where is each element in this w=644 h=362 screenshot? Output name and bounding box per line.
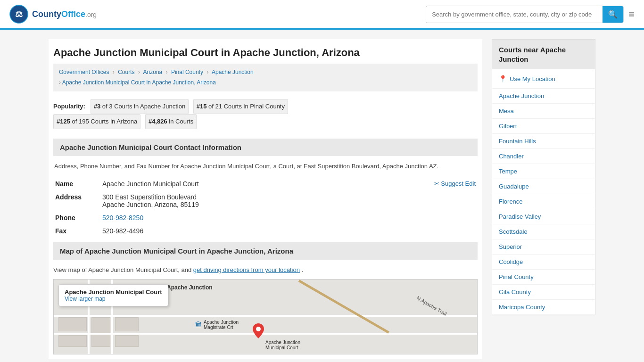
contact-table: Name Apache Junction Municipal Court ✂ S… (53, 177, 478, 238)
phone-link[interactable]: 520-982-8250 (102, 214, 143, 222)
sidebar-link-guadalupe[interactable]: Guadalupe (492, 179, 595, 194)
map-container[interactable]: N Apache Trail Apache Junction 🏛 Apache … (53, 279, 478, 354)
name-label: Name (53, 177, 100, 190)
sidebar-link-chandler[interactable]: Chandler (492, 149, 595, 164)
map-city-label: Apache Junction (167, 284, 213, 291)
header-right: 🔍 ≡ (426, 6, 635, 23)
magistrate-icon: 🏛 (195, 321, 202, 329)
breadcrumb-current[interactable]: Apache Junction Municipal Court in Apach… (62, 79, 216, 86)
svg-text:⚖: ⚖ (15, 9, 23, 19)
fax-label: Fax (53, 224, 100, 238)
table-row: Address 300 East Superstition Boulevard … (53, 190, 478, 211)
pop-num-3: #125 (57, 118, 70, 125)
sidebar-link-maricopa-county[interactable]: Maricopa County (492, 300, 595, 315)
sidebar-link-gilbert[interactable]: Gilbert (492, 119, 595, 134)
use-my-location-link[interactable]: 📍 Use My Location (492, 69, 595, 89)
sidebar-box: Courts near Apache Junction 📍 Use My Loc… (492, 39, 595, 315)
map-desc: View map of Apache Junction Municipal Co… (53, 266, 478, 273)
sidebar-link-gila-county[interactable]: Gila County (492, 285, 595, 300)
table-row: Fax 520-982-4496 (53, 224, 478, 238)
menu-button[interactable]: ≡ (628, 8, 635, 20)
site-header: ⚖ CountyOffice.org 🔍 ≡ (0, 0, 644, 30)
sidebar-link-fountain-hills[interactable]: Fountain Hills (492, 134, 595, 149)
pop-badge-3: #125 of 195 Courts in Arizona (53, 114, 140, 129)
fax-value: 520-982-4496 (100, 224, 478, 238)
sidebar-link-pinal-county[interactable]: Pinal County (492, 270, 595, 285)
popup-title: Apache Junction Municipal Court (65, 288, 162, 296)
sidebar-link-apache-junction[interactable]: Apache Junction (492, 89, 595, 104)
popularity-label: Popularity: (53, 103, 85, 110)
table-row: Phone 520-982-8250 (53, 211, 478, 224)
map-desc-suffix: . (302, 266, 304, 273)
map-road (54, 333, 477, 335)
breadcrumb-arizona[interactable]: Arizona (143, 69, 163, 75)
pop-badge-4: #4,826 in Courts (145, 114, 197, 129)
pop-num-4: #4,826 (149, 118, 167, 125)
sidebar-link-scottsdale[interactable]: Scottsdale (492, 224, 595, 239)
breadcrumb-sep-2: › (138, 69, 140, 75)
map-municipal-label: Apache JunctionMunicipal Court (265, 340, 300, 350)
logo-text: CountyOffice.org (32, 9, 97, 19)
phone-value: 520-982-8250 (100, 211, 478, 224)
svg-point-2 (256, 327, 261, 331)
sidebar-link-coolidge[interactable]: Coolidge (492, 255, 595, 270)
sidebar-link-superior[interactable]: Superior (492, 239, 595, 255)
map-block (58, 317, 87, 331)
map-block (115, 335, 139, 347)
breadcrumb-gov[interactable]: Government Offices (59, 69, 109, 75)
address-value: 300 East Superstition Boulevard Apache J… (100, 190, 478, 211)
sidebar-link-paradise-valley[interactable]: Paradise Valley (492, 209, 595, 224)
page-title: Apache Junction Municipal Court in Apach… (53, 39, 478, 64)
contact-desc: Address, Phone Number, and Fax Number fo… (53, 163, 478, 170)
content-area: Apache Junction Municipal Court in Apach… (49, 39, 482, 359)
sidebar: Courts near Apache Junction 📍 Use My Loc… (492, 39, 595, 359)
map-road-diagonal (298, 280, 389, 334)
search-container: 🔍 (426, 6, 624, 23)
name-value: Apache Junction Municipal Court ✂ Sugges… (100, 177, 478, 190)
map-pin-container (253, 323, 264, 340)
map-trail-label: N Apache Trail (416, 295, 448, 317)
phone-label: Phone (53, 211, 100, 224)
view-larger-map-link[interactable]: View larger map (65, 296, 105, 302)
sidebar-title: Courts near Apache Junction (492, 40, 595, 69)
map-section-header: Map of Apache Junction Municipal Court i… (53, 242, 478, 260)
map-pin-icon (253, 323, 264, 338)
address-label: Address (53, 190, 100, 211)
sidebar-link-florence[interactable]: Florence (492, 194, 595, 209)
content-inner: Apache Junction Municipal Court in Apach… (49, 39, 482, 359)
table-row: Name Apache Junction Municipal Court ✂ S… (53, 177, 478, 190)
pop-badge-2: #15 of 21 Courts in Pinal County (193, 99, 288, 114)
search-input[interactable] (426, 7, 603, 22)
location-pin-icon: 📍 (499, 75, 507, 82)
map-magistrate-label: 🏛 Apache JunctionMagistrate Crt (195, 320, 239, 330)
map-block (115, 317, 139, 331)
sidebar-link-mesa[interactable]: Mesa (492, 104, 595, 119)
sidebar-link-tempe[interactable]: Tempe (492, 164, 595, 179)
main-container: Apache Junction Municipal Court in Apach… (39, 30, 605, 362)
map-desc-prefix: View map of Apache Junction Municipal Co… (53, 266, 193, 273)
map-block (91, 317, 110, 347)
pop-num-2: #15 (197, 103, 207, 110)
pop-badge-1: #3 of 3 Courts in Apache Junction (91, 99, 189, 114)
breadcrumb-sep-4: › (206, 69, 208, 75)
suggest-edit-link[interactable]: ✂ Suggest Edit (434, 180, 476, 187)
breadcrumb-pinal[interactable]: Pinal County (171, 69, 203, 75)
breadcrumb-sep-1: › (113, 69, 115, 75)
logo-icon: ⚖ (9, 5, 28, 24)
breadcrumb-aj[interactable]: Apache Junction (212, 69, 254, 75)
search-button[interactable]: 🔍 (603, 6, 623, 23)
driving-directions-link[interactable]: get driving directions from your locatio… (193, 266, 300, 273)
breadcrumb: Government Offices › Courts › Arizona › … (53, 64, 478, 91)
map-road (54, 315, 477, 317)
breadcrumb-courts[interactable]: Courts (118, 69, 134, 75)
map-block (58, 335, 87, 347)
map-popup: Apache Junction Municipal Court View lar… (58, 284, 168, 306)
popularity-section: Popularity: #3 of 3 Courts in Apache Jun… (53, 99, 478, 129)
pop-num-1: #3 (94, 103, 100, 110)
breadcrumb-sep-5: › (59, 79, 61, 86)
logo-area: ⚖ CountyOffice.org (9, 5, 97, 24)
breadcrumb-sep-3: › (166, 69, 168, 75)
contact-section-header: Apache Junction Municipal Court Contact … (53, 139, 478, 156)
edit-icon: ✂ (434, 180, 439, 187)
use-my-location-label: Use My Location (510, 75, 555, 82)
